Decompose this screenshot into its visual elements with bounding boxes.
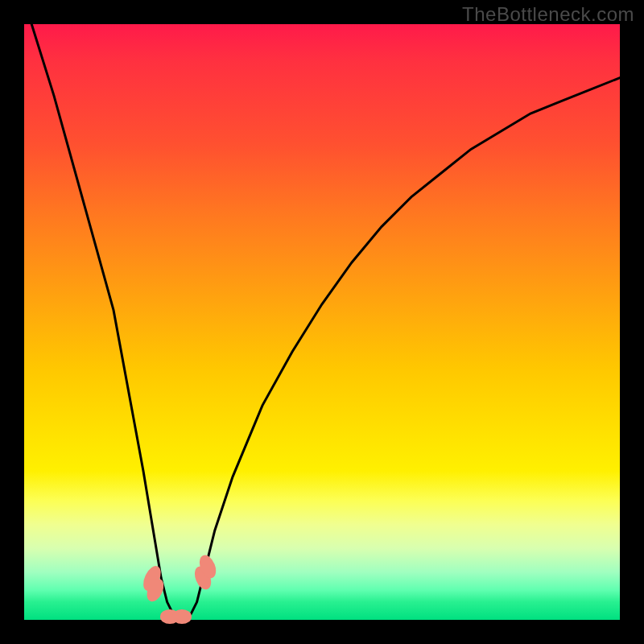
chart-frame: TheBottleneck.com	[0, 0, 644, 644]
highlight-blob	[172, 609, 192, 624]
attribution-text: TheBottleneck.com	[462, 3, 634, 26]
curve-path	[24, 0, 620, 620]
bottleneck-curve	[0, 0, 644, 644]
